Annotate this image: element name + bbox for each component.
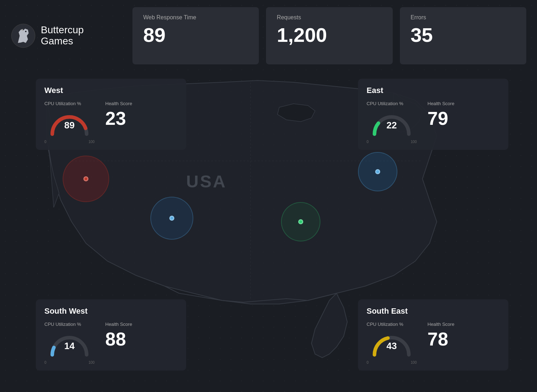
gauge-labels-southeast: 0 100	[367, 361, 417, 364]
health-value-southeast: 78	[427, 330, 448, 348]
gauge-min-label: 0	[44, 140, 47, 144]
gauge-labels-west: 0 100	[44, 140, 95, 144]
health-metric-southwest: Health Score 88	[105, 322, 132, 348]
gauge-value-southeast: 43	[387, 340, 397, 352]
region-metrics-southeast: CPU Utilization % 43 0 100 Health Score …	[367, 322, 500, 362]
health-label-east: Health Score	[427, 101, 454, 106]
header: Buttercup Games Web Response Time 89 Req…	[0, 0, 537, 72]
gauge-east: 22 0 100	[367, 109, 417, 141]
logo-icon	[11, 23, 36, 48]
regions-container: West CPU Utilization % 89 0 100 Health S…	[0, 79, 537, 392]
gauge-min-label: 0	[44, 361, 47, 364]
region-card-southeast: South East CPU Utilization % 43 0 100 He…	[358, 299, 508, 371]
region-metrics-east: CPU Utilization % 22 0 100 Health Score …	[367, 101, 500, 141]
web-response-time-value: 89	[143, 25, 248, 45]
gauge-west: 89 0 100	[44, 109, 95, 141]
svg-point-6	[25, 31, 26, 32]
region-title-west: West	[44, 86, 178, 95]
health-metric-southeast: Health Score 78	[427, 322, 454, 348]
health-metric-east: Health Score 79	[427, 101, 454, 128]
errors-label: Errors	[411, 14, 516, 21]
gauge-max-label: 100	[88, 140, 95, 144]
gauge-max-label: 100	[411, 361, 417, 364]
cpu-metric-west: CPU Utilization % 89 0 100	[44, 101, 95, 141]
logo-area: Buttercup Games	[11, 7, 125, 64]
requests-value: 1,200	[277, 25, 382, 45]
gauge-labels-southwest: 0 100	[44, 361, 95, 364]
cpu-metric-southwest: CPU Utilization % 14 0 100	[44, 322, 95, 362]
gauge-value-southwest: 14	[64, 340, 75, 352]
health-value-east: 79	[427, 109, 448, 128]
gauge-value-east: 22	[387, 120, 397, 131]
region-title-east: East	[367, 86, 500, 95]
health-label-southwest: Health Score	[105, 322, 132, 327]
gauge-min-label: 0	[367, 140, 369, 144]
region-title-southwest: South West	[44, 307, 178, 316]
requests-label: Requests	[277, 14, 382, 21]
gauge-min-label: 0	[367, 361, 369, 364]
gauge-max-label: 100	[411, 140, 417, 144]
cpu-label-east: CPU Utilization %	[367, 101, 403, 106]
web-response-time-label: Web Response Time	[143, 14, 248, 21]
gauge-labels-east: 0 100	[367, 140, 417, 144]
health-label-west: Health Score	[105, 101, 132, 106]
region-card-west: West CPU Utilization % 89 0 100 Health S…	[36, 79, 186, 150]
app-name: Buttercup Games	[41, 25, 84, 47]
health-metric-west: Health Score 23	[105, 101, 132, 128]
web-response-time-card: Web Response Time 89	[132, 7, 259, 64]
gauge-max-label: 100	[88, 361, 95, 364]
region-metrics-southwest: CPU Utilization % 14 0 100 Health Score …	[44, 322, 178, 362]
gauge-value-west: 89	[64, 120, 75, 131]
region-card-southwest: South West CPU Utilization % 14 0 100 He…	[36, 299, 186, 371]
health-value-west: 23	[105, 109, 126, 128]
health-value-southwest: 88	[105, 330, 126, 348]
cpu-metric-southeast: CPU Utilization % 43 0 100	[367, 322, 417, 362]
gauge-southeast: 43 0 100	[367, 330, 417, 362]
requests-card: Requests 1,200	[266, 7, 392, 64]
region-title-southeast: South East	[367, 307, 500, 316]
errors-value: 35	[411, 25, 516, 45]
errors-card: Errors 35	[400, 7, 526, 64]
cpu-label-southeast: CPU Utilization %	[367, 322, 403, 327]
region-metrics-west: CPU Utilization % 89 0 100 Health Score …	[44, 101, 178, 141]
cpu-label-west: CPU Utilization %	[44, 101, 81, 106]
cpu-label-southwest: CPU Utilization %	[44, 322, 81, 327]
gauge-southwest: 14 0 100	[44, 330, 95, 362]
region-card-east: East CPU Utilization % 22 0 100 Health S…	[358, 79, 508, 150]
health-label-southeast: Health Score	[427, 322, 454, 327]
cpu-metric-east: CPU Utilization % 22 0 100	[367, 101, 417, 141]
